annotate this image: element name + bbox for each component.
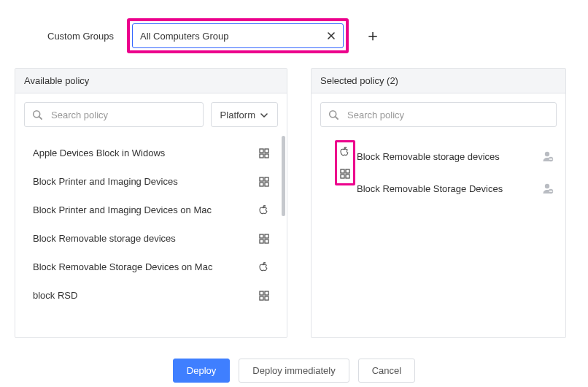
- selected-policy-list: Block Removable storage devices Block Re…: [312, 133, 565, 204]
- search-available[interactable]: [24, 102, 204, 127]
- list-item-label: Block Printer and Imaging Devices: [33, 176, 258, 187]
- list-item[interactable]: block RSD: [15, 281, 284, 310]
- list-item[interactable]: Block Removable storage devices: [15, 224, 284, 253]
- selected-policy-header: Selected policy (2): [312, 69, 565, 93]
- chevron-down-icon: [260, 111, 268, 118]
- windows-icon: [258, 177, 271, 187]
- selected-policy-panel: Selected policy (2) Block Removable stor…: [311, 68, 566, 338]
- apple-icon: [258, 205, 271, 215]
- available-policy-header: Available policy: [15, 69, 287, 93]
- list-item[interactable]: Block Printer and Imaging Devices: [15, 167, 284, 196]
- apple-icon: [258, 262, 271, 272]
- search-available-input[interactable]: [50, 109, 196, 121]
- list-item-label: Block Removable storage devices: [357, 151, 536, 162]
- platform-filter-label: Platform: [220, 110, 255, 120]
- action-bar: Deploy Deploy immediately Cancel: [0, 338, 588, 387]
- list-item[interactable]: Block Printer and Imaging Devices on Mac: [15, 196, 284, 224]
- close-icon[interactable]: [327, 31, 336, 40]
- windows-icon: [339, 168, 351, 180]
- list-item-label: block RSD: [33, 290, 258, 301]
- custom-groups-label: Custom Groups: [47, 31, 114, 42]
- search-icon: [328, 110, 339, 120]
- list-item-label: Block Printer and Imaging Devices on Mac: [33, 204, 258, 215]
- remove-user-icon[interactable]: [542, 183, 554, 194]
- search-selected-input[interactable]: [346, 109, 549, 121]
- group-chip-text: All Computers Group: [140, 31, 228, 42]
- list-item-label: Block Removable Storage Devices: [357, 183, 536, 194]
- search-icon: [32, 110, 42, 120]
- available-policy-panel: Available policy Platform Apple Devices …: [15, 68, 287, 338]
- scrollbar[interactable]: [282, 136, 285, 216]
- apple-icon: [339, 146, 351, 158]
- deploy-button[interactable]: Deploy: [173, 359, 230, 383]
- windows-icon: [258, 234, 271, 244]
- list-item[interactable]: Block Removable Storage Devices on Mac: [15, 253, 284, 281]
- windows-icon: [258, 291, 271, 301]
- list-item-label: Block Removable storage devices: [33, 233, 258, 244]
- list-item-label: Apple Devices Block in Widows: [33, 147, 258, 158]
- platform-filter-button[interactable]: Platform: [211, 102, 278, 127]
- add-group-button[interactable]: ＋: [365, 28, 381, 44]
- cancel-button[interactable]: Cancel: [358, 359, 415, 383]
- list-item[interactable]: Apple Devices Block in Widows: [15, 139, 284, 167]
- platform-icons-highlight: [335, 140, 355, 185]
- group-chip-highlight: All Computers Group: [127, 18, 349, 53]
- available-policy-list: Apple Devices Block in Widows Block Prin…: [15, 133, 284, 337]
- search-selected[interactable]: [320, 102, 557, 127]
- list-item-label: Block Removable Storage Devices on Mac: [33, 261, 258, 272]
- group-chip[interactable]: All Computers Group: [132, 23, 344, 48]
- windows-icon: [258, 148, 271, 158]
- deploy-immediately-button[interactable]: Deploy immediately: [239, 359, 349, 383]
- remove-user-icon[interactable]: [542, 150, 554, 162]
